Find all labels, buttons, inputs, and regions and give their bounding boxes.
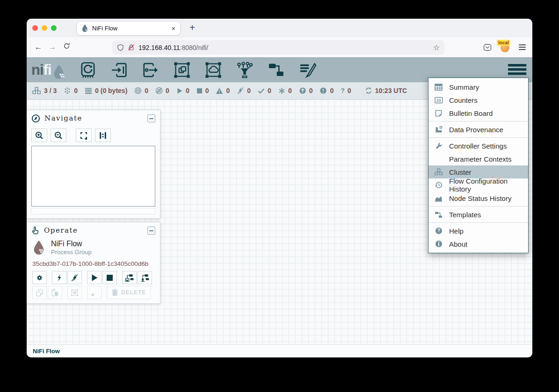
status-stale: 0 [299, 87, 313, 94]
configuration-button[interactable] [32, 271, 47, 284]
color-button[interactable] [87, 286, 102, 299]
status-not-transmitting: 0 [155, 87, 169, 94]
enable-button[interactable] [52, 271, 66, 284]
collapse-navigate-button[interactable] [147, 114, 155, 122]
gear-icon [36, 274, 44, 282]
process-group-component[interactable] [172, 61, 192, 79]
crossed-lightning-icon [71, 274, 79, 282]
maximize-window-button[interactable] [51, 25, 57, 31]
status-count: 0 [166, 87, 169, 94]
menu-item-help[interactable]: ? Help [428, 224, 528, 237]
invalid-icon [216, 87, 223, 94]
template-component[interactable] [266, 61, 286, 79]
operate-buttons-row-1 [27, 271, 160, 284]
menu-item-node-status-history[interactable]: Node Status History [428, 192, 528, 205]
menu-item-summary[interactable]: Summary [428, 80, 528, 93]
status-count: 0 [288, 87, 292, 94]
copy-button[interactable] [32, 286, 47, 299]
minimize-window-button[interactable] [42, 25, 47, 31]
menu-item-label: Cluster [449, 168, 472, 176]
toolbar-right-controls: local [483, 37, 526, 57]
svg-text:?: ? [437, 228, 440, 233]
menu-item-label: About [449, 240, 467, 248]
status-stopped: 0 [196, 87, 209, 94]
menu-item-data-provenance[interactable]: Data Provenance [428, 123, 528, 136]
browser-window: NiFi Flow × + ← → 192.168.40.11:8080/nif… [27, 19, 532, 357]
menu-item-bulletin-board[interactable]: Bulletin Board [428, 107, 528, 120]
group-button[interactable] [67, 286, 82, 299]
stop-button[interactable] [102, 271, 117, 284]
menu-item-label: Help [449, 227, 464, 235]
menu-item-cluster[interactable]: Cluster [428, 165, 528, 178]
url-bar[interactable]: 192.168.40.11:8080/nifi/ ☆ [112, 40, 444, 55]
zoom-fit-button[interactable] [76, 128, 92, 142]
shield-icon[interactable] [117, 44, 124, 51]
pocket-icon[interactable] [483, 43, 492, 51]
browser-tab[interactable]: NiFi Flow × [76, 21, 181, 36]
url-text[interactable]: 192.168.40.11:8080/nifi/ [138, 44, 208, 51]
funnel-component[interactable] [234, 61, 255, 79]
close-window-button[interactable] [32, 25, 38, 31]
status-refresh[interactable]: 10:23 UTC [365, 87, 407, 94]
processor-component[interactable] [78, 61, 98, 79]
output-port-component[interactable] [140, 61, 161, 79]
tab-close-icon[interactable]: × [171, 25, 175, 32]
start-button[interactable] [87, 271, 102, 284]
forward-button[interactable]: → [45, 43, 59, 52]
status-transmitting: 0 [134, 87, 148, 94]
paintbrush-icon [90, 289, 98, 297]
selected-flow-name: NiFi Flow [51, 240, 92, 248]
profile-avatar[interactable]: local [500, 42, 511, 53]
menu-item-flow-configuration-history[interactable]: Flow Configuration History [428, 178, 528, 192]
collapse-operate-button[interactable] [147, 227, 155, 235]
browser-menu-icon[interactable] [519, 44, 526, 50]
status-count: 0 [348, 87, 351, 94]
menu-item-templates[interactable]: Templates [428, 208, 528, 221]
operate-buttons-row-2: DELETE [27, 286, 160, 299]
zoom-out-button[interactable] [51, 128, 66, 142]
remote-process-group-component[interactable] [203, 61, 224, 79]
node-status-chart-icon [434, 194, 443, 202]
disable-button[interactable] [67, 271, 82, 284]
input-port-component[interactable] [109, 61, 130, 79]
zoom-actual-size-button[interactable] [95, 128, 111, 142]
browser-toolbar: ← → 192.168.40.11:8080/nifi/ ☆ local [27, 37, 532, 57]
cluster-cubes-icon [434, 168, 443, 176]
birdseye-view[interactable] [31, 146, 155, 207]
delete-button-label: DELETE [121, 289, 146, 296]
breadcrumb-root[interactable]: NiFi Flow [33, 348, 60, 355]
hand-cursor-icon [31, 226, 40, 235]
nifi-drop-icon [52, 64, 65, 79]
component-toolbar [78, 61, 318, 79]
lightning-icon [56, 274, 63, 282]
upload-template-button[interactable] [138, 271, 152, 284]
trash-icon [111, 289, 118, 296]
global-menu-button[interactable] [508, 64, 526, 77]
svg-text:23: 23 [436, 98, 441, 103]
create-template-button[interactable] [122, 271, 137, 284]
copy-icon [36, 289, 44, 297]
label-component[interactable] [297, 61, 318, 79]
paste-button[interactable] [48, 286, 62, 299]
delete-button[interactable]: DELETE [107, 286, 151, 299]
button-gap [70, 128, 73, 142]
menu-item-counters[interactable]: 23 Counters [428, 93, 528, 107]
play-icon [91, 274, 98, 282]
nifi-logo: nifi [31, 61, 65, 79]
menu-item-about[interactable]: About [428, 237, 528, 250]
insecure-lock-icon[interactable] [128, 44, 135, 51]
bookmark-star-icon[interactable]: ☆ [433, 43, 440, 52]
back-button[interactable]: ← [31, 43, 45, 52]
menu-item-label: Counters [449, 96, 478, 104]
reload-button[interactable] [59, 43, 73, 52]
screenshot-stage: NiFi Flow × + ← → 192.168.40.11:8080/nif… [0, 0, 559, 392]
menu-item-parameter-contexts[interactable]: Parameter Contexts [428, 152, 528, 165]
operate-panel-header: Operate [27, 222, 160, 238]
refresh-icon[interactable] [365, 87, 372, 94]
menu-item-controller-settings[interactable]: Controller Settings [428, 139, 528, 152]
selected-component-id: 35cbd3b7-017b-1000-8bff-1c3405c00d6b [27, 256, 160, 271]
new-tab-button[interactable]: + [186, 22, 198, 34]
zoom-in-button[interactable] [31, 128, 47, 142]
menu-item-label: Controller Settings [449, 142, 507, 150]
not-transmitting-icon [155, 87, 163, 94]
